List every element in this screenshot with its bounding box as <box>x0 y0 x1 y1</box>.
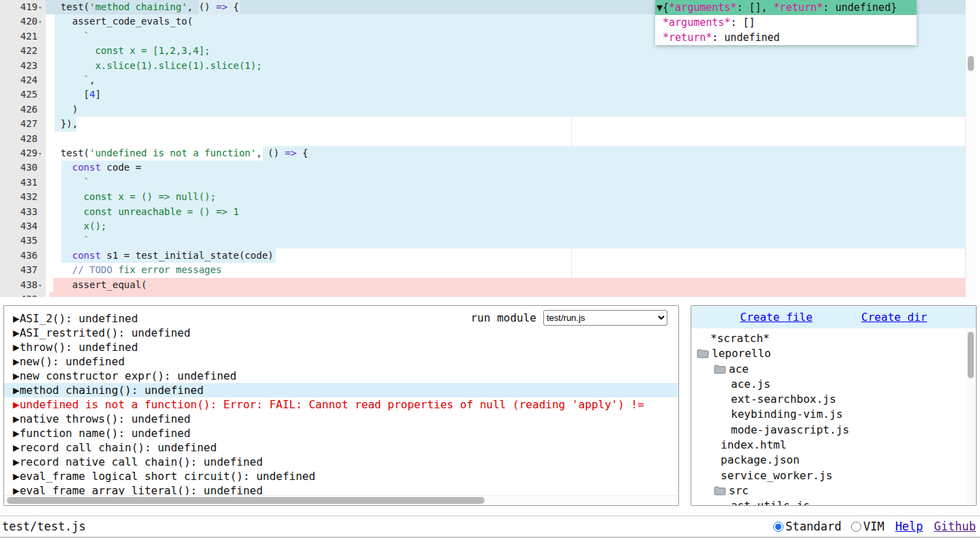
code-line[interactable]: 432 const x = () => null(); <box>0 190 977 204</box>
expand-arrow-icon[interactable]: ▶ <box>13 441 20 454</box>
editor-vscrollbar[interactable] <box>965 0 977 297</box>
keybinding-radio-standard[interactable]: Standard <box>773 520 841 533</box>
code-line[interactable]: 427 }), <box>0 117 977 131</box>
fold-widget-icon[interactable]: ▾ <box>38 147 46 161</box>
results-hscrollbar[interactable] <box>4 495 678 505</box>
code-line-text: assert_equal( <box>49 278 147 292</box>
code-line[interactable]: 437 // TODO fix error messages <box>0 263 977 277</box>
line-number: 437 <box>0 263 38 277</box>
code-line[interactable]: 430 const code = <box>0 160 977 175</box>
code-line[interactable]: 423 x.slice(1).slice(1).slice(1); <box>0 59 977 73</box>
expand-arrow-icon[interactable]: ▶ <box>13 455 20 468</box>
line-number: 432 <box>0 190 38 204</box>
tree-file[interactable]: mode-javascript.js <box>691 423 966 438</box>
tree-file[interactable]: ast_utils.js <box>691 498 966 506</box>
expand-arrow-icon[interactable]: ▶ <box>13 412 20 425</box>
expand-arrow-icon[interactable]: ▶ <box>13 470 20 483</box>
expand-arrow-icon[interactable]: ▶ <box>13 312 20 325</box>
result-item[interactable]: ▶eval_frame logical short circuit(): und… <box>4 469 678 483</box>
expand-arrow-icon[interactable]: ▶ <box>13 341 20 354</box>
tree-folder[interactable]: leporello <box>691 346 966 361</box>
radio-input-standard[interactable] <box>773 522 783 532</box>
fold-widget-icon[interactable]: ▾ <box>38 1 46 15</box>
radio-input-vim[interactable] <box>851 522 861 532</box>
line-number: 425 <box>0 87 38 102</box>
exec-highlight <box>61 175 965 190</box>
code-line-text: const x = () => null(); <box>49 190 216 204</box>
line-number: 428 <box>0 132 38 146</box>
results-panel: ▶ASI_2(): undefined▶ASI_restrited(): und… <box>3 305 679 506</box>
expand-arrow-icon[interactable]: ▶ <box>13 427 20 440</box>
keybinding-radio-vim[interactable]: VIM <box>851 520 884 533</box>
result-item[interactable]: ▶ASI_restrited(): undefined <box>4 326 678 340</box>
code-line-text: }), <box>49 117 78 131</box>
tree-file[interactable]: index.html <box>691 438 966 453</box>
error-highlight <box>49 292 965 297</box>
tree-folder[interactable]: src <box>691 483 966 498</box>
results-list: ▶ASI_2(): undefined▶ASI_restrited(): und… <box>4 311 678 498</box>
create-dir-link[interactable]: Create dir <box>861 311 927 324</box>
tooltip-row[interactable]: *arguments*: [] <box>655 15 917 30</box>
result-item[interactable]: ▶new constructor expr(): undefined <box>4 369 678 383</box>
code-line[interactable]: 433 const unreachable = () => 1 <box>0 205 977 219</box>
result-item[interactable]: ▶function name(): undefined <box>4 426 678 440</box>
code-line[interactable]: 428 <box>0 132 977 146</box>
folder-icon <box>697 349 709 358</box>
tree-folder[interactable]: ace <box>691 362 966 377</box>
status-bar-right: StandardVIM Help Github <box>773 516 976 537</box>
tree-file[interactable]: package.json <box>691 453 966 468</box>
expand-arrow-icon[interactable]: ▶ <box>13 326 20 339</box>
result-item[interactable]: ▶method chaining(): undefined <box>4 383 678 397</box>
code-line-text: ` <box>49 175 89 190</box>
line-number: 429 <box>0 146 38 160</box>
code-line-text: x(); <box>49 219 106 233</box>
editor-vscrollbar-thumb[interactable] <box>968 56 974 71</box>
code-line[interactable]: 438▾ assert_equal( <box>0 278 977 292</box>
tooltip-row[interactable]: *return*: undefined <box>655 30 917 45</box>
code-line[interactable]: 439 <box>0 292 977 297</box>
tree-file[interactable]: service_worker.js <box>691 468 966 483</box>
result-item[interactable]: ▶new(): undefined <box>4 354 678 369</box>
expand-arrow-icon[interactable]: ▶ <box>13 355 20 368</box>
exec-highlight <box>55 73 965 87</box>
result-item[interactable]: ▶undefined is not a function(): Error: F… <box>4 397 678 412</box>
expand-arrow-icon[interactable]: ▶ <box>13 398 20 411</box>
results-hscrollbar-thumb[interactable] <box>7 497 485 504</box>
tree-file[interactable]: *scratch* <box>691 331 966 346</box>
tooltip-row[interactable]: ▼{*arguments*: [], *return*: undefined} <box>655 0 917 15</box>
radio-label: VIM <box>863 520 884 533</box>
help-link[interactable]: Help <box>895 520 923 533</box>
tree-file[interactable]: keybinding-vim.js <box>691 407 966 422</box>
result-item[interactable]: ▶throw(): undefined <box>4 340 678 354</box>
code-line[interactable]: 422 const x = [1,2,3,4]; <box>0 44 977 58</box>
result-item[interactable]: ▶record native call chain(): undefined <box>4 455 678 469</box>
files-vscrollbar[interactable] <box>966 329 975 504</box>
code-line[interactable]: 424 `, <box>0 73 977 87</box>
code-line[interactable]: 435 ` <box>0 233 977 248</box>
result-item[interactable]: ▶native throws(): undefined <box>4 412 678 426</box>
code-line[interactable]: 426 ) <box>0 102 977 117</box>
code-line[interactable]: 434 x(); <box>0 219 977 233</box>
code-line[interactable]: 429▾ test('undefined is not a function',… <box>0 146 977 160</box>
code-line[interactable]: 431 ` <box>0 175 977 190</box>
code-line[interactable]: 436 const s1 = test_initial_state(code) <box>0 249 977 263</box>
exec-highlight <box>55 102 965 117</box>
code-line[interactable]: 425 [4] <box>0 87 977 102</box>
create-file-link[interactable]: Create file <box>740 311 813 324</box>
code-line-text: const code = <box>49 160 147 175</box>
expand-arrow-icon[interactable]: ▶ <box>13 384 20 397</box>
run-module-select[interactable]: test/run.js <box>543 310 667 326</box>
expand-arrow-icon[interactable]: ▶ <box>13 369 20 382</box>
tree-file[interactable]: ext-searchbox.js <box>691 392 966 407</box>
files-vscrollbar-thumb[interactable] <box>968 332 974 378</box>
code-line-text: test('method chaining', () => { <box>49 0 239 14</box>
tree-item-label: leporello <box>712 346 771 361</box>
code-editor[interactable]: 419▾ test('method chaining', () => {420▾… <box>0 0 977 297</box>
fold-widget-icon[interactable]: ▾ <box>38 279 46 293</box>
fold-widget-icon[interactable]: ▾ <box>38 15 46 29</box>
line-number: 426 <box>0 102 38 117</box>
github-link[interactable]: Github <box>934 520 976 533</box>
result-item[interactable]: ▶record call chain(): undefined <box>4 440 678 455</box>
tree-item-label: *scratch* <box>710 331 770 346</box>
tree-file[interactable]: ace.js <box>691 377 966 392</box>
